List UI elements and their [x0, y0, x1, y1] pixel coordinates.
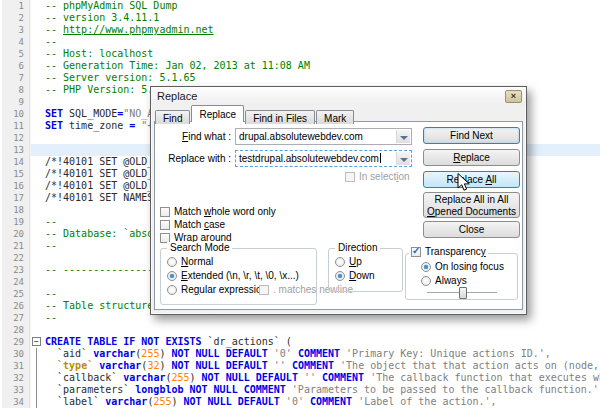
- line-number: 14: [2, 156, 30, 168]
- line-number: 13: [2, 144, 30, 156]
- code-line[interactable]: 3-- http://www.phpmyadmin.net: [2, 24, 600, 36]
- fold-margin: [30, 144, 42, 156]
- fold-guide-line[interactable]: [30, 396, 42, 408]
- code-text[interactable]: -- phpMyAdmin SQL Dump: [42, 0, 600, 12]
- match-whole-word-checkbox[interactable]: Match whole word only: [160, 206, 276, 217]
- direction-down-radio[interactable]: Down: [335, 270, 375, 281]
- fold-guide-line[interactable]: [30, 348, 42, 360]
- fold-margin: [30, 108, 42, 120]
- fold-margin: [30, 132, 42, 144]
- slider-thumb[interactable]: [459, 287, 467, 299]
- line-number: 7: [2, 72, 30, 84]
- in-selection-checkbox[interactable]: In selection: [345, 171, 410, 182]
- search-mode-normal-radio[interactable]: Normal: [167, 256, 213, 267]
- fold-guide-line[interactable]: [30, 384, 42, 396]
- replace-all-opened-button[interactable]: Replace All in All Opened Documents: [423, 192, 520, 218]
- replace-button[interactable]: Replace: [423, 149, 520, 166]
- line-number: 31: [2, 360, 30, 372]
- code-text[interactable]: `type` varchar(32) NOT NULL DEFAULT '' C…: [42, 360, 600, 372]
- line-number: 5: [2, 48, 30, 60]
- dialog-titlebar[interactable]: Replace ×: [151, 87, 526, 105]
- line-number: 15: [2, 168, 30, 180]
- fold-margin: [30, 228, 42, 240]
- fold-guide-line[interactable]: [30, 360, 42, 372]
- line-number: 33: [2, 384, 30, 396]
- code-line[interactable]: 29−CREATE TABLE IF NOT EXISTS `dr_action…: [2, 336, 600, 348]
- code-line[interactable]: 31 `type` varchar(32) NOT NULL DEFAULT '…: [2, 360, 600, 372]
- code-line[interactable]: 33 `parameters` longblob NOT NULL COMMEN…: [2, 384, 600, 396]
- code-line[interactable]: 7-- Server version: 5.1.65: [2, 72, 600, 84]
- code-text[interactable]: -- Server version: 5.1.65: [42, 72, 600, 84]
- dialog-close-button[interactable]: ×: [505, 90, 522, 103]
- fold-margin: [30, 288, 42, 300]
- code-line[interactable]: 4--: [2, 36, 600, 48]
- line-number: 12: [2, 132, 30, 144]
- dialog-tabs: FindReplaceFind in FilesMark: [151, 105, 526, 121]
- tab-replace[interactable]: Replace: [191, 105, 244, 122]
- line-number: 30: [2, 348, 30, 360]
- tab-find-in-files[interactable]: Find in Files: [245, 110, 315, 124]
- search-mode-extended-radio[interactable]: Extended (\n, \r, \t, \0, \x...): [167, 270, 299, 281]
- replace-dialog: Replace × FindReplaceFind in FilesMark F…: [150, 86, 527, 315]
- direction-title: Direction: [335, 242, 380, 253]
- code-line[interactable]: 2-- version 3.4.11.1: [2, 12, 600, 24]
- fold-margin: [30, 0, 42, 12]
- code-line[interactable]: 32 `callback` varchar(255) NOT NULL DEFA…: [2, 372, 600, 384]
- code-text[interactable]: `aid` varchar(255) NOT NULL DEFAULT '0' …: [42, 348, 600, 360]
- code-text[interactable]: --: [42, 36, 600, 48]
- radio-selected-icon: [421, 262, 431, 272]
- line-number: 16: [2, 180, 30, 192]
- tab-mark[interactable]: Mark: [316, 110, 354, 124]
- code-text[interactable]: -- version 3.4.11.1: [42, 12, 600, 24]
- always-radio[interactable]: Always: [421, 275, 467, 286]
- code-text[interactable]: -- Generation Time: Jan 02, 2013 at 11:0…: [42, 60, 600, 72]
- code-line[interactable]: 34 `label` varchar(255) NOT NULL DEFAULT…: [2, 396, 600, 408]
- code-line[interactable]: 28: [2, 324, 600, 336]
- fold-margin: [30, 48, 42, 60]
- radio-icon: [335, 257, 345, 267]
- close-button[interactable]: Close: [423, 221, 520, 238]
- direction-up-radio[interactable]: Up: [335, 256, 362, 267]
- code-text[interactable]: `label` varchar(255) NOT NULL DEFAULT '0…: [42, 396, 600, 408]
- mouse-cursor-icon: [457, 173, 471, 197]
- transparency-slider[interactable]: [427, 287, 497, 299]
- line-number: 17: [2, 192, 30, 204]
- transparency-checkbox[interactable]: Transparency: [409, 246, 488, 257]
- code-line[interactable]: 5-- Host: localhost: [2, 48, 600, 60]
- replace-with-combobox[interactable]: testdrupal.absolutewebdev.com: [235, 150, 412, 167]
- line-number: 25: [2, 288, 30, 300]
- replace-all-button[interactable]: Replace All: [423, 171, 520, 188]
- fold-collapse-icon[interactable]: −: [30, 336, 42, 348]
- line-number: 24: [2, 276, 30, 288]
- line-number: 21: [2, 240, 30, 252]
- dropdown-arrow-icon[interactable]: [396, 152, 410, 165]
- fold-margin: [30, 276, 42, 288]
- line-number: 34: [2, 396, 30, 408]
- code-line[interactable]: 6-- Generation Time: Jan 02, 2013 at 11:…: [2, 60, 600, 72]
- line-number: 2: [2, 12, 30, 24]
- match-case-checkbox[interactable]: Match case: [160, 219, 225, 230]
- find-next-button[interactable]: Find Next: [423, 127, 520, 144]
- fold-margin: [30, 168, 42, 180]
- code-line[interactable]: 1-- phpMyAdmin SQL Dump: [2, 0, 600, 12]
- line-number: 29: [2, 336, 30, 348]
- code-text[interactable]: `callback` varchar(255) NOT NULL DEFAULT…: [42, 372, 600, 384]
- dropdown-arrow-icon[interactable]: [396, 130, 410, 143]
- code-line[interactable]: 30 `aid` varchar(255) NOT NULL DEFAULT '…: [2, 348, 600, 360]
- code-text[interactable]: -- Host: localhost: [42, 48, 600, 60]
- tab-find[interactable]: Find: [155, 110, 190, 124]
- dialog-resize-grip[interactable]: ...: [208, 307, 219, 317]
- line-number: 3: [2, 24, 30, 36]
- search-mode-regex-radio[interactable]: Regular expression: [167, 284, 267, 295]
- code-text[interactable]: -- http://www.phpmyadmin.net: [42, 24, 600, 36]
- code-text[interactable]: `parameters` longblob NOT NULL COMMENT '…: [42, 384, 600, 396]
- code-text[interactable]: CREATE TABLE IF NOT EXISTS `dr_actions` …: [42, 336, 600, 348]
- fold-margin: [30, 156, 42, 168]
- fold-guide-line[interactable]: [30, 372, 42, 384]
- code-text[interactable]: [42, 324, 600, 336]
- search-mode-groupbox: Search Mode Normal Extended (\n, \r, \t,…: [160, 248, 317, 305]
- find-what-combobox[interactable]: drupal.absolutewebdev.com: [235, 128, 412, 145]
- fold-margin: [30, 300, 42, 312]
- direction-groupbox: Direction Up Down: [328, 248, 403, 292]
- on-losing-focus-radio[interactable]: On losing focus: [421, 261, 504, 272]
